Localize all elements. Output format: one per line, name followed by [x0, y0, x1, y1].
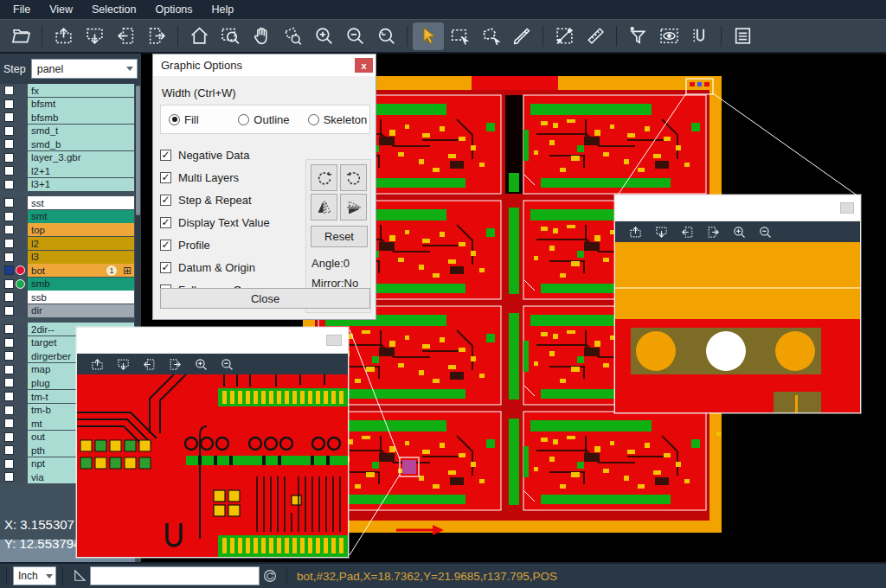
angle-measure-icon[interactable]: [69, 568, 90, 584]
layer-visibility-checkbox[interactable]: [4, 419, 14, 428]
layer-row[interactable]: l2+1: [0, 164, 141, 177]
layer-visibility-checkbox[interactable]: [4, 225, 14, 234]
checkbox-icon[interactable]: ✓: [160, 172, 171, 183]
shift-right[interactable]: [141, 22, 172, 50]
layer-visibility-checkbox[interactable]: [4, 338, 14, 348]
magnified-pcb-view[interactable]: [77, 374, 348, 560]
fill-mode-radio[interactable]: Outline: [238, 113, 299, 126]
menu-item[interactable]: File: [3, 1, 40, 18]
layer-row[interactable]: smb: [0, 278, 141, 291]
layer-visibility-checkbox[interactable]: [4, 324, 14, 334]
unit-combo[interactable]: Inch: [13, 566, 56, 585]
layer-label[interactable]: dir: [28, 304, 134, 317]
report[interactable]: [727, 22, 758, 50]
selected-pad[interactable]: [400, 457, 419, 476]
layer-label[interactable]: bot 1 ⊞: [28, 264, 134, 277]
layer-label[interactable]: top: [28, 223, 134, 236]
layer-row[interactable]: smd_b: [0, 137, 141, 150]
mirror-horizontal-button[interactable]: [311, 194, 337, 220]
dialog-checkbox-row[interactable]: ✓ Multi Layers: [160, 166, 270, 189]
layer-visibility-checkbox[interactable]: [4, 432, 14, 442]
reset-button[interactable]: Reset: [311, 226, 368, 247]
step-combo[interactable]: panel: [31, 59, 138, 79]
shift-left[interactable]: [674, 223, 700, 240]
shift-up[interactable]: [84, 355, 110, 373]
magnifier-window-left[interactable]: [76, 327, 349, 558]
window-title-bar[interactable]: [77, 328, 348, 354]
dialog-title-bar[interactable]: Graphic Options x: [153, 54, 376, 76]
layer-visibility-checkbox[interactable]: [4, 99, 14, 109]
shift-left[interactable]: [110, 22, 141, 50]
zoom-out[interactable]: [214, 355, 240, 373]
dialog-checkbox-row[interactable]: ✓ Profile: [160, 233, 270, 256]
shift-up[interactable]: [622, 223, 648, 240]
layer-visibility-checkbox[interactable]: [4, 279, 14, 289]
layer-label[interactable]: l2+1: [28, 164, 134, 177]
fill-mode-radio[interactable]: Skeleton: [308, 113, 369, 126]
menu-item[interactable]: Selection: [82, 1, 145, 18]
zoom-out[interactable]: [339, 22, 370, 50]
zoom-previous[interactable]: [370, 22, 401, 50]
mirror-vertical-button[interactable]: [340, 194, 367, 220]
magnified-pcb-view[interactable]: [615, 242, 860, 416]
layer-visibility-checkbox[interactable]: [4, 365, 14, 374]
layer-row[interactable]: fx: [0, 84, 141, 97]
layer-label[interactable]: bfsmb: [28, 111, 134, 124]
graphic-options-dialog[interactable]: Graphic Options x Width (Ctrl+W) Fill Ou…: [152, 54, 376, 320]
layer-visibility-checkbox[interactable]: [4, 292, 14, 302]
ruler[interactable]: [580, 22, 611, 50]
filter[interactable]: [622, 22, 653, 50]
checkbox-icon[interactable]: ✓: [160, 262, 171, 273]
measure-distance[interactable]: [549, 22, 580, 50]
layer-row[interactable]: top: [0, 223, 141, 236]
checkbox-icon[interactable]: ✓: [160, 240, 171, 251]
dialog-checkbox-row[interactable]: ✓ Display Text Value: [160, 211, 270, 233]
shift-right[interactable]: [700, 223, 726, 240]
layer-visibility-checkbox[interactable]: [4, 472, 14, 482]
shift-left[interactable]: [136, 355, 162, 373]
layer-visibility-checkbox[interactable]: [4, 406, 14, 415]
zoom-home[interactable]: [183, 22, 215, 50]
zoom-out[interactable]: [752, 223, 778, 240]
layer-visibility-checkbox[interactable]: [4, 153, 14, 163]
layer-visibility-checkbox[interactable]: [4, 212, 14, 221]
layer-row[interactable]: smt: [0, 210, 141, 223]
window-button[interactable]: [326, 335, 342, 346]
layer-row[interactable]: smd_t: [0, 125, 141, 137]
rect-select[interactable]: [444, 22, 475, 50]
brush-select[interactable]: [506, 22, 537, 50]
layer-visibility-checkbox[interactable]: [4, 459, 14, 469]
layer-visibility-checkbox[interactable]: [4, 166, 14, 176]
select-tool[interactable]: [413, 22, 444, 50]
menu-item[interactable]: View: [40, 1, 82, 18]
layer-label[interactable]: l3+1: [28, 178, 134, 191]
layer-label[interactable]: ssb: [28, 291, 134, 304]
layer-visibility-checkbox[interactable]: [4, 378, 14, 387]
layer-label[interactable]: smb: [28, 278, 134, 291]
layer-visibility-checkbox[interactable]: [4, 306, 14, 316]
layer-visibility-checkbox[interactable]: [4, 239, 14, 248]
layer-label[interactable]: l3: [28, 251, 134, 264]
shift-down[interactable]: [110, 355, 136, 373]
layer-label[interactable]: sst: [28, 196, 134, 209]
layer-label[interactable]: smd_t: [28, 125, 134, 137]
snap[interactable]: [684, 22, 716, 50]
checkbox-icon[interactable]: ✓: [160, 150, 171, 161]
view-options[interactable]: [653, 22, 684, 50]
layer-label[interactable]: layer_3.gbr: [28, 151, 134, 164]
pan-tool[interactable]: [246, 22, 277, 50]
dialog-checkbox-row[interactable]: ✓ Step & Repeat: [160, 189, 270, 211]
layer-row[interactable]: dir: [0, 304, 141, 317]
shift-up[interactable]: [48, 22, 79, 50]
layer-visibility-checkbox[interactable]: [4, 265, 14, 275]
layer-label[interactable]: smt: [28, 210, 134, 223]
magnifier-window-right[interactable]: [614, 195, 861, 413]
layer-row[interactable]: l3+1: [0, 178, 141, 191]
window-title-bar[interactable]: [615, 195, 860, 221]
dialog-checkbox-row[interactable]: ✓ Negative Data: [160, 144, 270, 166]
layer-row[interactable]: bot 1 ⊞: [0, 264, 141, 277]
zoom-in[interactable]: [308, 22, 339, 50]
layer-row[interactable]: l3: [0, 251, 141, 264]
layer-visibility-checkbox[interactable]: [4, 126, 14, 136]
layer-row[interactable]: l2: [0, 237, 141, 250]
